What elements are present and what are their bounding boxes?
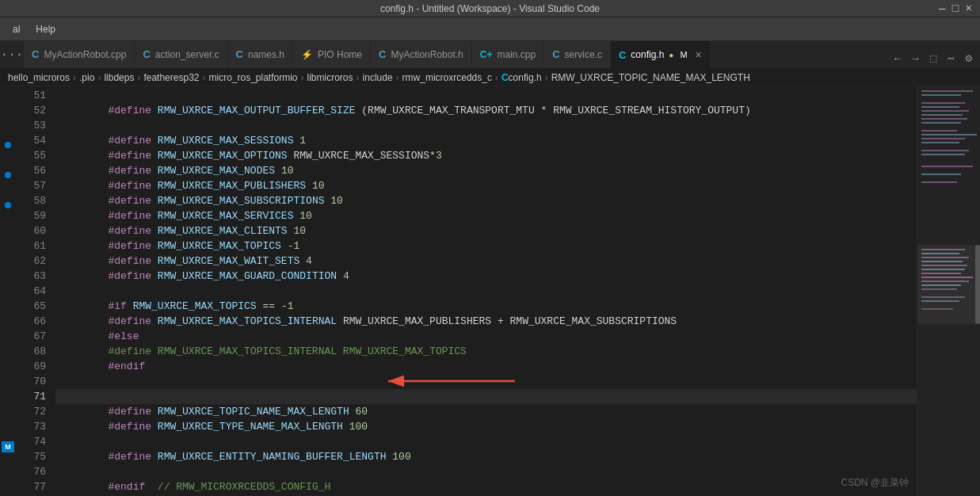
menu-bar: al Help xyxy=(0,17,980,41)
bc-part-1[interactable]: hello_microros xyxy=(8,72,70,83)
tab-label: service.c xyxy=(565,49,602,60)
tab-close-button[interactable]: × xyxy=(696,48,702,61)
tab-nav-forward[interactable]: → xyxy=(907,49,923,68)
code-line: #define RMW_UXRCE_MAX_TOPICS_INTERNAL RM… xyxy=(55,329,917,344)
code-line: #define RMW_UXRCE_MAX_SERVICES 10 xyxy=(55,193,917,208)
svg-rect-32 xyxy=(921,300,959,302)
svg-rect-8 xyxy=(921,118,967,120)
activity-dot-3 xyxy=(5,202,11,208)
svg-rect-17 xyxy=(921,174,961,175)
tab-myactionrobot-h[interactable]: C MyActionRobot.h xyxy=(371,41,472,68)
code-line: #define RMW_UXRCE_ENTITY_NAMING_BUFFER_L… xyxy=(55,434,917,449)
code-line: #define RMW_UXRCE_MAX_SESSIONS 1 xyxy=(55,118,917,133)
tab-modified-dot: ● xyxy=(669,51,673,59)
bc-part-include[interactable]: include xyxy=(363,72,393,83)
tab-names-h[interactable]: C names.h xyxy=(228,41,293,68)
svg-rect-28 xyxy=(921,280,969,282)
code-line: #define RMW_UXRCE_MAX_SUBSCRIPTIONS 10 xyxy=(55,178,917,193)
tab-config-h[interactable]: C config.h ● M × xyxy=(611,41,711,68)
svg-rect-33 xyxy=(921,308,953,310)
bc-part-3[interactable]: libdeps xyxy=(104,72,134,83)
bc-part-symbol[interactable]: RMW_UXRCE_TOPIC_NAME_MAX_LENGTH xyxy=(551,72,750,83)
svg-rect-31 xyxy=(921,296,965,298)
code-line: #define RMW_UXRCE_MAX_CLIENTS 10 xyxy=(55,208,917,223)
code-line: #else xyxy=(55,314,917,329)
code-line xyxy=(55,269,917,284)
bc-part-7[interactable]: rmw_microxrcedds_c xyxy=(402,72,492,83)
code-line: #define RMW_UXRCE_TYPE_NAME_MAX_LENGTH 1… xyxy=(55,404,917,419)
svg-rect-20 xyxy=(921,249,965,250)
tab-split-button[interactable]: ⬚ xyxy=(925,48,941,68)
svg-rect-7 xyxy=(921,114,963,116)
title-bar: config.h - Untitled (Workspace) - Visual… xyxy=(0,0,980,17)
tab-overflow-button[interactable]: ··· xyxy=(0,41,24,68)
tab-label-active: config.h xyxy=(631,49,664,60)
bc-part-9[interactable]: config.h xyxy=(509,72,542,83)
svg-rect-15 xyxy=(921,154,965,155)
activity-dot-2 xyxy=(5,172,11,178)
menu-item-al[interactable]: al xyxy=(6,21,26,38)
svg-rect-10 xyxy=(921,130,957,132)
activity-dots: M xyxy=(0,86,16,496)
svg-rect-26 xyxy=(921,273,961,274)
tab-label: action_server.c xyxy=(155,49,219,60)
tab-icon-c: C xyxy=(32,48,39,60)
code-line: #define RMW_UXRCE_MAX_TOPICS -1 xyxy=(55,223,917,238)
tab-service-c[interactable]: C service.c xyxy=(544,41,611,68)
tab-customize[interactable]: ⚙ xyxy=(961,48,977,68)
bc-part-2[interactable]: .pio xyxy=(79,72,94,83)
code-line: #define RMW_UXRCE_MAX_TOPICS_INTERNAL RM… xyxy=(55,299,917,314)
code-line: #define RMW_UXRCE_MAX_OUTPUT_BUFFER_SIZE… xyxy=(55,88,917,103)
activity-dot-1 xyxy=(5,142,11,148)
tab-action-server-c[interactable]: C action_server.c xyxy=(135,41,227,68)
code-line xyxy=(55,359,917,374)
minimap[interactable] xyxy=(917,86,980,496)
tab-main-cpp[interactable]: C+ main.cpp xyxy=(472,41,544,68)
bc-part-6[interactable]: libmicroros xyxy=(307,72,353,83)
menu-item-help[interactable]: Help xyxy=(29,21,62,38)
tab-icon-cpp: C+ xyxy=(480,49,493,60)
code-editor[interactable]: 51 52 53 54 55 56 57 58 59 60 61 62 63 6… xyxy=(16,86,917,496)
tab-label: MyActionRobot.h xyxy=(391,49,463,60)
tab-label: PIO Home xyxy=(318,49,362,60)
tab-icon-pio: ⚡ xyxy=(301,49,313,60)
bc-part-4[interactable]: featheresp32 xyxy=(143,72,199,83)
svg-rect-11 xyxy=(921,134,977,135)
svg-rect-27 xyxy=(921,277,973,278)
close-button[interactable]: — □ × xyxy=(939,2,972,15)
tab-more-actions[interactable]: ⋯ xyxy=(943,48,959,68)
code-content[interactable]: #define RMW_UXRCE_MAX_OUTPUT_BUFFER_SIZE… xyxy=(55,86,917,496)
svg-rect-29 xyxy=(921,284,961,286)
code-line: #define RMW_UXRCE_MAX_OPTIONS RMW_UXRCE_… xyxy=(55,133,917,148)
code-line: #define RMW_UXRCE_MAX_GUARD_CONDITION 4 xyxy=(55,254,917,269)
code-line: #endif // RMW_MICROXRCEDDS_CONFIG_H xyxy=(55,464,917,479)
svg-rect-16 xyxy=(921,166,973,167)
code-line: #endif xyxy=(55,344,917,359)
svg-rect-4 xyxy=(921,102,965,104)
minimap-scrollbar[interactable] xyxy=(975,245,980,324)
code-line: #define RMW_UXRCE_MAX_NODES 10 xyxy=(55,148,917,163)
tab-icon-c: C xyxy=(379,48,386,60)
tab-nav-back[interactable]: ← xyxy=(890,49,906,68)
code-line xyxy=(55,449,917,464)
indicator-m: M xyxy=(2,441,14,452)
svg-rect-24 xyxy=(921,265,967,266)
svg-rect-6 xyxy=(921,110,969,112)
svg-rect-21 xyxy=(921,253,959,254)
code-line: #define RMW_UXRCE_MAX_PUBLISHERS 10 xyxy=(55,163,917,178)
tab-icon-c-active: C xyxy=(619,49,626,61)
editor-container: M 51 52 53 54 55 56 57 58 59 60 61 62 63… xyxy=(0,86,980,496)
bc-part-5[interactable]: micro_ros_platformio xyxy=(208,72,297,83)
tab-myactionrobot-cpp[interactable]: C MyActionRobot.cpp xyxy=(24,41,135,68)
svg-rect-23 xyxy=(921,261,963,262)
code-line: #if RMW_UXRCE_MAX_TOPICS == -1 xyxy=(55,284,917,299)
minimap-svg xyxy=(917,86,980,496)
tab-icon-c: C xyxy=(552,48,559,60)
svg-rect-14 xyxy=(921,150,969,151)
title-text: config.h - Untitled (Workspace) - Visual… xyxy=(380,3,600,14)
bc-part-8[interactable]: C xyxy=(501,72,509,83)
tab-pio-home[interactable]: ⚡ PIO Home xyxy=(293,41,371,68)
code-line xyxy=(55,103,917,118)
line-numbers: 51 52 53 54 55 56 57 58 59 60 61 62 63 6… xyxy=(16,86,55,496)
svg-rect-25 xyxy=(921,269,965,270)
